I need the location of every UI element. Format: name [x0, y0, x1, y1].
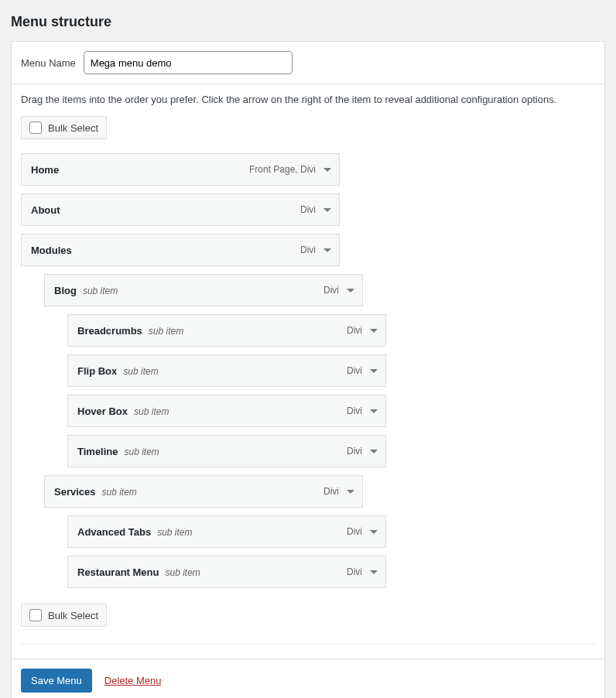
menu-item-sub-label: sub item [102, 487, 137, 498]
menu-item-sub-label: sub item [125, 447, 159, 457]
menu-item-type: Divi [347, 405, 362, 416]
menu-item-type: Divi [347, 526, 362, 537]
menu-item-title: Hover Box [77, 405, 128, 417]
chevron-down-icon[interactable] [323, 248, 331, 252]
menu-item-sub-label: sub item [134, 406, 169, 417]
menu-item-title: Advanced Tabs [77, 526, 151, 538]
bulk-select-bottom[interactable]: Bulk Select [21, 604, 107, 627]
panel-footer: Save Menu Delete Menu [12, 659, 604, 698]
menu-edit-panel: Menu Name Drag the items into the order … [11, 41, 605, 698]
menu-item-left: Hover Boxsub item [77, 405, 347, 417]
menu-item-sub-label: sub item [149, 326, 183, 337]
menu-item-right: Divi [323, 285, 354, 296]
chevron-down-icon[interactable] [370, 450, 378, 453]
menu-item-sub-label: sub item [123, 366, 158, 377]
menu-item-right: Divi [347, 325, 378, 336]
menu-item-type: Divi [347, 325, 362, 336]
menu-item-left: Home [31, 164, 249, 176]
save-menu-button[interactable]: Save Menu [21, 669, 92, 693]
menu-item-type: Divi [323, 486, 339, 497]
chevron-down-icon[interactable] [370, 530, 378, 534]
menu-item-left: Breadcrumbssub item [77, 325, 347, 337]
chevron-down-icon[interactable] [323, 208, 331, 212]
chevron-down-icon[interactable] [323, 168, 331, 172]
menu-item-right: Divi [347, 566, 378, 577]
menu-item-right: Divi [300, 204, 331, 215]
menu-item-type: Divi [323, 285, 339, 296]
menu-structure-panel: Menu structure Menu Name Drag the items … [0, 0, 616, 698]
menu-item[interactable]: Timelinesub itemDivi [67, 435, 386, 467]
menu-item-type: Divi [347, 446, 362, 457]
page-title: Menu structure [0, 0, 616, 41]
menu-item[interactable]: Advanced Tabssub itemDivi [67, 515, 386, 548]
menu-item-right: Divi [347, 405, 378, 416]
menu-item-title: Timeline [77, 446, 118, 457]
menu-items-list: HomeFront Page, DiviAboutDiviModulesDivi… [21, 153, 595, 588]
panel-header: Menu Name [12, 42, 604, 84]
menu-item-title: About [31, 204, 60, 216]
checkbox-icon[interactable] [29, 121, 42, 134]
menu-item-left: Timelinesub item [77, 446, 347, 457]
menu-item-title: Restaurant Menu [77, 566, 159, 578]
menu-item-left: Advanced Tabssub item [77, 526, 347, 538]
chevron-down-icon[interactable] [370, 369, 378, 373]
menu-item-right: Divi [347, 365, 378, 376]
menu-name-label: Menu Name [21, 57, 76, 69]
menu-item-sub-label: sub item [157, 527, 192, 538]
menu-item-title: Services [54, 486, 96, 498]
menu-item-type: Divi [347, 365, 362, 376]
panel-body: Drag the items into the order you prefer… [12, 84, 604, 659]
menu-item-sub-label: sub item [165, 567, 200, 578]
menu-name-input[interactable] [84, 51, 293, 74]
menu-item-left: Modules [31, 245, 300, 256]
menu-item[interactable]: HomeFront Page, Divi [21, 153, 340, 186]
bulk-select-top[interactable]: Bulk Select [21, 116, 107, 139]
menu-item[interactable]: Blogsub itemDivi [44, 274, 363, 306]
menu-item-right: Divi [347, 446, 378, 457]
menu-item-title: Breadcrumbs [77, 325, 142, 337]
bulk-select-label: Bulk Select [48, 122, 98, 134]
menu-item[interactable]: Restaurant Menusub itemDivi [67, 556, 386, 588]
chevron-down-icon[interactable] [370, 409, 378, 413]
menu-item-type: Divi [300, 245, 316, 255]
menu-item-left: About [31, 204, 300, 216]
menu-item[interactable]: Flip Boxsub itemDivi [67, 354, 386, 387]
menu-item-left: Restaurant Menusub item [77, 566, 347, 578]
menu-item-title: Modules [31, 245, 72, 256]
menu-item-left: Flip Boxsub item [77, 365, 347, 377]
bulk-select-label: Bulk Select [48, 610, 98, 621]
menu-item[interactable]: AboutDivi [21, 193, 340, 226]
menu-item-title: Blog [54, 285, 77, 296]
chevron-down-icon[interactable] [347, 490, 354, 494]
menu-item-right: Divi [300, 245, 331, 255]
delete-menu-link[interactable]: Delete Menu [104, 675, 162, 686]
menu-item-left: Blogsub item [54, 285, 323, 296]
chevron-down-icon[interactable] [370, 329, 378, 333]
menu-item[interactable]: Hover Boxsub itemDivi [67, 395, 386, 427]
chevron-down-icon[interactable] [370, 570, 378, 574]
menu-item[interactable]: Breadcrumbssub itemDivi [67, 314, 386, 347]
menu-item-right: Divi [323, 486, 354, 497]
menu-item[interactable]: ModulesDivi [21, 234, 340, 266]
menu-item-right: Divi [347, 526, 378, 537]
menu-item-title: Flip Box [77, 365, 117, 377]
menu-item-type: Divi [347, 566, 362, 577]
checkbox-icon[interactable] [29, 609, 42, 621]
divider [21, 644, 595, 645]
drag-instructions: Drag the items into the order you prefer… [21, 94, 595, 105]
menu-item-sub-label: sub item [83, 286, 118, 296]
menu-item-type: Divi [300, 204, 316, 215]
menu-item-title: Home [31, 164, 59, 176]
menu-item-right: Front Page, Divi [249, 164, 331, 175]
menu-item-left: Servicessub item [54, 486, 323, 498]
chevron-down-icon[interactable] [347, 289, 354, 293]
menu-item-type: Front Page, Divi [249, 164, 316, 175]
menu-item[interactable]: Servicessub itemDivi [44, 475, 363, 508]
